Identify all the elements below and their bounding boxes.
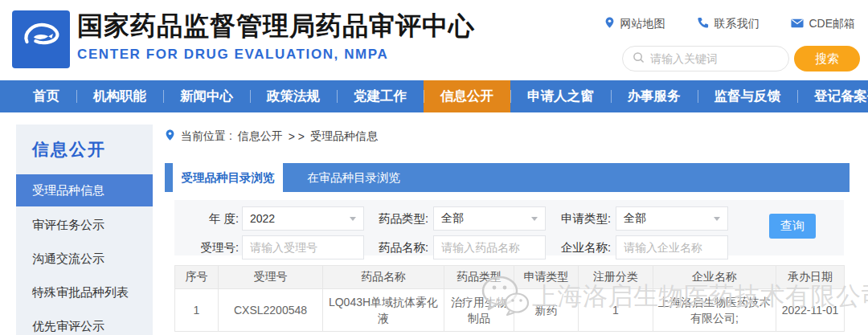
header-search: 搜索 <box>622 46 860 71</box>
sidebar: 信息公开 受理品种信息 审评任务公示 沟通交流公示 特殊审批品种列表 优先审评公… <box>16 125 153 335</box>
breadcrumb: 当前位置 : 信息公开 > > 受理品种信息 <box>165 129 378 144</box>
nav-item-applicant-window[interactable]: 申请人之窗 <box>510 80 611 112</box>
nav-item-news[interactable]: 新闻中心 <box>163 80 250 112</box>
catalog-tabbar: 受理品种目录浏览 在审品种目录浏览 <box>165 163 850 192</box>
year-label: 年 度: <box>179 206 239 231</box>
nav-item-services[interactable]: 办事服务 <box>611 80 698 112</box>
col-header-date: 承办日期 <box>776 266 845 289</box>
apply-type-select[interactable]: 全部 <box>616 206 728 231</box>
cell-date: 2022-11-01 <box>776 289 845 332</box>
col-header-acceptance-no: 受理号 <box>219 266 323 289</box>
year-select[interactable]: 2022 <box>242 206 364 231</box>
search-button[interactable]: 搜索 <box>794 46 860 71</box>
nav-item-policy[interactable]: 政策法规 <box>250 80 337 112</box>
company-name-label: 企业名称: <box>540 235 611 259</box>
query-button[interactable]: 查询 <box>769 214 816 239</box>
col-header-index: 序号 <box>175 266 219 289</box>
sidebar-item-review-tasks[interactable]: 审评任务公示 <box>16 208 153 242</box>
company-name-field <box>616 235 728 259</box>
header-quick-links: 网站地图 联系我们 CDE邮箱 <box>604 16 855 31</box>
sidebar-title: 信息公开 <box>16 125 153 161</box>
filter-panel: 年 度: 2022 药品类型: 全部 申请类型: 全部 受理号: 药品名称: 企… <box>174 200 844 255</box>
sidebar-item-priority-review[interactable]: 优先审评公示 <box>16 309 153 335</box>
cell-apply-type: 新药 <box>514 289 579 332</box>
cde-mail-label: CDE邮箱 <box>809 17 855 31</box>
breadcrumb-section[interactable]: 信息公开 <box>238 129 283 144</box>
main-nav: 首页 机构职能 新闻中心 政策法规 党建工作 信息公开 申请人之窗 办事服务 监… <box>0 80 868 112</box>
nav-item-party[interactable]: 党建工作 <box>337 80 424 112</box>
location-pin-icon <box>604 16 615 31</box>
cde-mail-link[interactable]: CDE邮箱 <box>791 17 855 31</box>
cde-logo <box>12 10 70 68</box>
breadcrumb-separator: > > <box>289 130 305 143</box>
sidebar-item-special-approval[interactable]: 特殊审批品种列表 <box>16 276 153 309</box>
cell-drug-name: LQ043H单域抗体雾化液 <box>323 289 444 332</box>
results-table: 序号 受理号 药品名称 药品类型 申请类型 注册分类 企业名称 承办日期 1 C… <box>174 265 845 332</box>
acceptance-no-field <box>242 235 364 259</box>
nav-item-supervision[interactable]: 监督与反馈 <box>698 80 798 112</box>
breadcrumb-prefix: 当前位置 : <box>181 129 232 144</box>
cell-acceptance-no: CXSL2200548 <box>219 289 323 332</box>
sidebar-item-communication[interactable]: 沟通交流公示 <box>16 242 153 276</box>
tab-under-review-catalog[interactable]: 在审品种目录浏览 <box>283 163 424 192</box>
breadcrumb-current: 受理品种信息 <box>310 129 378 144</box>
apply-type-label: 申请类型: <box>540 206 611 231</box>
phone-icon <box>697 17 709 31</box>
apply-type-select-value: 全部 <box>624 211 646 226</box>
nav-item-registration-platform[interactable]: 登记备案平台 <box>797 80 868 112</box>
sidebar-menu: 受理品种信息 审评任务公示 沟通交流公示 特殊审批品种列表 优先审评公示 <box>16 174 153 335</box>
col-header-reg-class: 注册分类 <box>579 266 653 289</box>
table-row[interactable]: 1 CXSL2200548 LQ043H单域抗体雾化液 治疗用生物制品 新药 1… <box>175 289 845 332</box>
sitemap-link[interactable]: 网站地图 <box>604 16 665 31</box>
drug-type-select-value: 全部 <box>441 211 464 226</box>
tab-accepted-catalog[interactable]: 受理品种目录浏览 <box>173 163 283 192</box>
acceptance-no-label: 受理号: <box>179 235 239 259</box>
drug-type-select[interactable]: 全部 <box>433 206 546 231</box>
sitemap-label: 网站地图 <box>620 17 665 31</box>
page-subtitle: CENTER FOR DRUG EVALUATION, NMPA <box>77 47 475 63</box>
site-title-block: 国家药品监督管理局药品审评中心 CENTER FOR DRUG EVALUATI… <box>77 10 475 63</box>
table-header-row: 序号 受理号 药品名称 药品类型 申请类型 注册分类 企业名称 承办日期 <box>175 266 845 289</box>
nav-item-info-disclosure[interactable]: 信息公开 <box>424 80 510 112</box>
chevron-down-icon <box>350 217 356 221</box>
location-pin-icon <box>165 129 175 144</box>
page-title: 国家药品监督管理局药品审评中心 <box>77 10 475 43</box>
chevron-down-icon <box>714 217 720 221</box>
col-header-apply-type: 申请类型 <box>514 266 579 289</box>
cell-reg-class: 1 <box>579 289 653 332</box>
year-select-value: 2022 <box>250 212 275 225</box>
chevron-down-icon <box>531 217 538 221</box>
envelope-icon <box>791 18 804 31</box>
cde-fish-swirl-icon <box>17 14 65 65</box>
drug-name-label: 药品名称: <box>358 235 428 259</box>
contact-link[interactable]: 联系我们 <box>697 17 759 31</box>
cell-company: 上海洛启生物医药技术有限公司; <box>653 289 776 332</box>
search-box[interactable] <box>622 46 789 71</box>
site-header: 国家药品监督管理局药品审评中心 CENTER FOR DRUG EVALUATI… <box>0 0 868 80</box>
nav-item-functions[interactable]: 机构职能 <box>76 80 163 112</box>
nav-item-home[interactable]: 首页 <box>16 80 76 112</box>
col-header-drug-name: 药品名称 <box>323 266 444 289</box>
search-input[interactable] <box>650 52 771 65</box>
drug-type-label: 药品类型: <box>358 206 428 231</box>
col-header-drug-type: 药品类型 <box>444 266 514 289</box>
col-header-company: 企业名称 <box>653 266 776 289</box>
drug-name-input[interactable] <box>441 241 538 254</box>
sidebar-item-accepted-varieties[interactable]: 受理品种信息 <box>16 174 153 206</box>
search-icon <box>633 51 645 67</box>
acceptance-no-input[interactable] <box>250 241 356 254</box>
company-name-input[interactable] <box>624 241 720 254</box>
cell-drug-type: 治疗用生物制品 <box>444 289 514 332</box>
contact-label: 联系我们 <box>714 17 759 31</box>
drug-name-field <box>433 235 546 259</box>
cell-index: 1 <box>175 289 219 332</box>
